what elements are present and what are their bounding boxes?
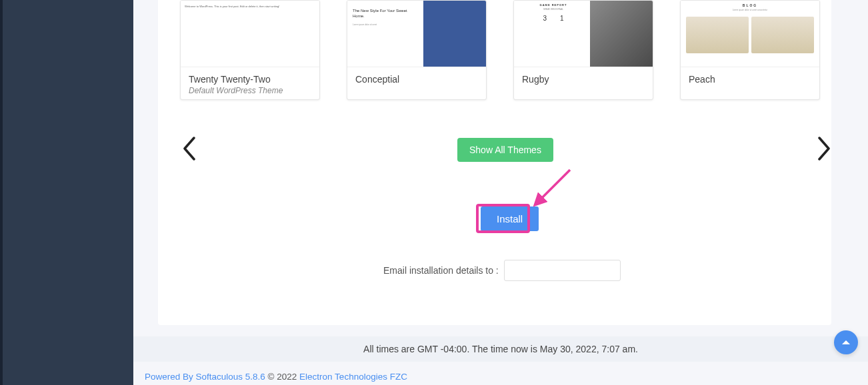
- caret-up-icon: [841, 339, 851, 346]
- theme-title: Peach: [689, 74, 811, 85]
- theme-preview: Welcome to WordPress. This is your first…: [181, 1, 319, 67]
- theme-preview: GAME REPORT GREAT WIN IN FINAL 3 1: [514, 1, 653, 67]
- copyright-text: © 2022: [265, 372, 299, 382]
- main-content: Welcome to WordPress. This is your first…: [133, 0, 868, 385]
- powered-footer: Powered By Softaculous 5.8.6 © 2022 Elec…: [145, 372, 407, 382]
- email-input[interactable]: [504, 260, 621, 281]
- softaculous-link[interactable]: Powered By Softaculous 5.8.6: [145, 372, 265, 382]
- sidebar-edge: [0, 0, 3, 385]
- prev-arrow[interactable]: [182, 137, 197, 167]
- sidebar: [0, 0, 133, 385]
- show-all-themes-button[interactable]: Show All Themes: [457, 138, 553, 162]
- theme-title: Rugby: [522, 74, 645, 85]
- next-arrow[interactable]: [817, 137, 831, 167]
- theme-title: Twenty Twenty-Two: [189, 74, 311, 85]
- theme-info: Rugby: [514, 67, 653, 91]
- themes-row: Welcome to WordPress. This is your first…: [180, 0, 832, 100]
- scroll-to-top-button[interactable]: [834, 330, 858, 354]
- theme-info: Peach: [681, 67, 819, 91]
- theme-subtitle: Default WordPress Theme: [189, 86, 311, 95]
- theme-info: Twenty Twenty-Two Default WordPress Them…: [181, 67, 319, 100]
- theme-card-twenty-twenty-two[interactable]: Welcome to WordPress. This is your first…: [180, 0, 320, 100]
- email-row: Email installation details to :: [383, 260, 621, 281]
- theme-preview: BLOG Lorem ipsum dolor sit amet consecte…: [681, 1, 819, 67]
- install-button[interactable]: Install: [481, 206, 539, 231]
- theme-card-conceptial[interactable]: The New Style For Your Sweet Home. Lorem…: [347, 0, 487, 100]
- theme-preview: The New Style For Your Sweet Home. Lorem…: [347, 1, 486, 67]
- theme-title: Conceptial: [355, 74, 478, 85]
- company-link[interactable]: Electron Technologies FZC: [299, 372, 407, 382]
- theme-card-peach[interactable]: BLOG Lorem ipsum dolor sit amet consecte…: [680, 0, 820, 100]
- time-footer: All times are GMT -04:00. The time now i…: [133, 336, 868, 362]
- email-label: Email installation details to :: [383, 265, 499, 276]
- theme-info: Conceptial: [347, 67, 486, 91]
- theme-card-rugby[interactable]: GAME REPORT GREAT WIN IN FINAL 3 1 Rugby: [513, 0, 653, 100]
